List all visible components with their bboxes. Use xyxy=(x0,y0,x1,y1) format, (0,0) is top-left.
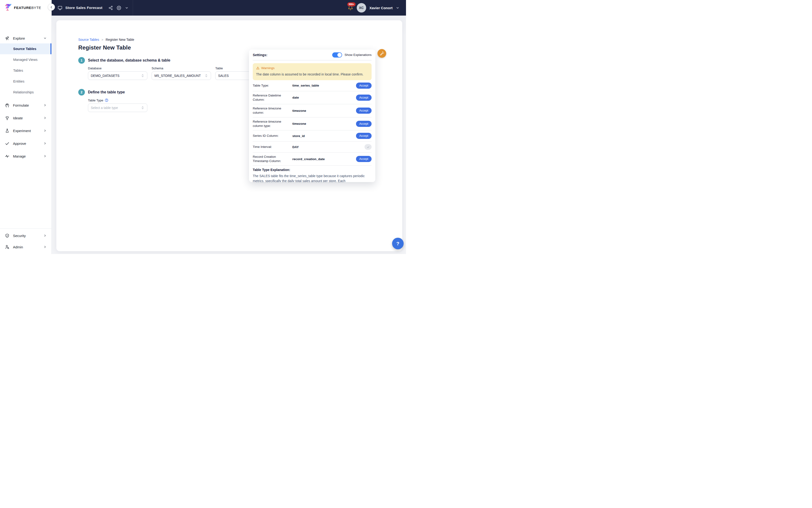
sidebar-item-formulate[interactable]: Formulate xyxy=(0,100,51,111)
accept-button[interactable]: Accept xyxy=(356,156,371,162)
sidebar-collapse-button[interactable] xyxy=(48,4,55,11)
telescope-icon xyxy=(5,36,10,41)
database-label: Database xyxy=(88,67,147,70)
head-gear-icon xyxy=(5,103,10,108)
sidebar-footer: Security Admin xyxy=(0,228,51,253)
chevron-right-icon xyxy=(43,155,47,158)
step-1-number: 1 xyxy=(78,57,85,64)
table-type-select[interactable]: Select a table type xyxy=(88,103,147,112)
chevron-right-icon xyxy=(43,103,47,107)
toggle-knob xyxy=(337,53,342,57)
accept-button[interactable]: Accept xyxy=(356,83,371,89)
warning-triangle-icon xyxy=(256,66,260,70)
warnings-title: Warnings xyxy=(261,66,275,70)
database-select[interactable]: DEMO_DATASETS xyxy=(88,72,147,80)
settings-header: Settings: Show Explanations xyxy=(253,49,371,60)
share-icon[interactable] xyxy=(108,6,113,10)
schema-select-value: M5_STORE_SALES_AMOUNT xyxy=(154,74,201,78)
chevron-right-icon xyxy=(43,245,47,249)
sidebar-item-ideate[interactable]: Ideate xyxy=(0,113,51,123)
help-button[interactable]: ? xyxy=(392,238,404,249)
check-icon xyxy=(367,145,370,149)
sidebar-item-admin[interactable]: Admin xyxy=(0,241,51,253)
sidebar-item-explore[interactable]: Explore xyxy=(0,33,51,43)
check-icon xyxy=(5,141,10,146)
show-explanations-toggle[interactable] xyxy=(332,52,342,57)
sidebar-item-approve[interactable]: Approve xyxy=(0,138,51,149)
sidebar-item-experiment[interactable]: Experiment xyxy=(0,125,51,136)
sidebar-item-label: Approve xyxy=(13,141,26,145)
logo: FEATUREBYTE xyxy=(0,0,51,11)
flask-icon xyxy=(5,128,10,133)
gear-icon[interactable] xyxy=(117,6,121,10)
breadcrumb-source-tables-link[interactable]: Source Tables xyxy=(78,38,99,42)
table-type-label: Table Type xyxy=(88,98,103,102)
step-1-title: Select the database, database schema & t… xyxy=(88,58,170,62)
show-explanations-label: Show Explanations xyxy=(345,53,371,56)
project-actions xyxy=(108,6,129,10)
breadcrumb-current: Register New Table xyxy=(106,38,134,42)
lightbulb-icon xyxy=(5,116,10,121)
avatar[interactable]: XC xyxy=(357,3,366,12)
sidebar-item-label: Source Tables xyxy=(13,47,36,51)
chevron-right-icon xyxy=(43,129,47,132)
user-chevron-down-icon[interactable] xyxy=(396,6,399,10)
app-root: Store Sales Forecast 999+ X xyxy=(0,0,406,254)
sidebar-item-label: Managed Views xyxy=(13,58,38,61)
sidebar-item-security[interactable]: Security xyxy=(0,230,51,241)
accepted-check-button[interactable] xyxy=(364,144,371,150)
sidebar-item-label: Formulate xyxy=(13,103,29,107)
select-stepper-icon xyxy=(141,105,144,110)
accept-button[interactable]: Accept xyxy=(356,108,371,114)
brand-name: FEATUREBYTE xyxy=(14,6,41,10)
setting-row-time-interval: Time Interval: DAY xyxy=(253,141,371,153)
warnings-box: Warnings The date column is assumed to b… xyxy=(253,63,371,80)
monitor-icon xyxy=(57,5,62,10)
sidebar-item-relationships[interactable]: Relationships xyxy=(0,87,51,98)
breadcrumb: Source Tables > Register New Table xyxy=(78,38,402,42)
database-select-value: DEMO_DATASETS xyxy=(91,74,120,78)
sidebar-item-label: Ideate xyxy=(13,116,23,120)
chevron-left-icon xyxy=(50,5,53,9)
magic-wand-button[interactable] xyxy=(377,49,386,58)
schema-field: Schema M5_STORE_SALES_AMOUNT xyxy=(151,67,211,80)
chevron-right-icon xyxy=(43,234,47,237)
notifications-button[interactable]: 999+ xyxy=(348,5,353,11)
sidebar-item-label: Explore xyxy=(13,36,25,40)
accept-button[interactable]: Accept xyxy=(356,121,371,127)
activity-icon xyxy=(5,154,10,159)
user-search-icon xyxy=(5,245,10,250)
sidebar-item-managed-views[interactable]: Managed Views xyxy=(0,54,51,65)
breadcrumb-separator: > xyxy=(101,38,103,42)
sidebar-item-label: Relationships xyxy=(13,90,34,94)
sidebar-item-label: Admin xyxy=(13,245,23,249)
sidebar-item-label: Security xyxy=(13,234,26,238)
database-field: Database DEMO_DATASETS xyxy=(88,67,147,80)
sidebar-item-manage[interactable]: Manage xyxy=(0,151,51,161)
help-circle-icon[interactable] xyxy=(105,98,108,102)
project-title: Store Sales Forecast xyxy=(65,6,102,10)
setting-row-record-creation-timestamp-column: Record Creation Timestamp Column: record… xyxy=(253,153,371,166)
user-name: Xavier Conort xyxy=(369,6,393,10)
sidebar-item-label: Experiment xyxy=(13,129,31,133)
project-chevron-down-icon[interactable] xyxy=(125,6,129,10)
setting-row-table-type: Table Type: time_series_table Accept xyxy=(253,80,371,91)
featurebyte-logo-mark xyxy=(5,4,12,11)
chevron-down-icon xyxy=(43,37,47,40)
sidebar-item-source-tables[interactable]: Source Tables xyxy=(0,43,51,54)
accept-button[interactable]: Accept xyxy=(356,133,371,139)
sidebar-item-tables[interactable]: Tables xyxy=(0,65,51,76)
schema-select[interactable]: M5_STORE_SALES_AMOUNT xyxy=(151,72,211,80)
warning-message: The date column is assumed to be recorde… xyxy=(256,72,368,77)
notification-badge: 999+ xyxy=(347,2,356,6)
sidebar-item-entities[interactable]: Entities xyxy=(0,76,51,87)
accept-button[interactable]: Accept xyxy=(356,94,371,101)
step-2-title: Define the table type xyxy=(88,90,125,94)
shield-check-icon xyxy=(5,233,10,238)
chevron-right-icon xyxy=(43,116,47,120)
settings-panel: Settings: Show Explanations Warnings The… xyxy=(249,49,375,182)
select-stepper-icon xyxy=(205,74,208,78)
sidebar-item-label: Tables xyxy=(13,69,23,72)
chevron-right-icon xyxy=(43,142,47,145)
select-stepper-icon xyxy=(141,74,144,78)
